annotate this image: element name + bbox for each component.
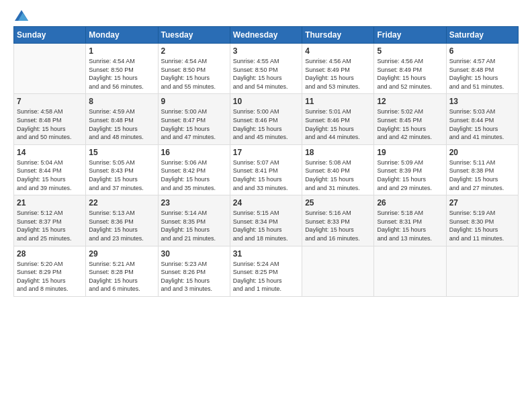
- logo-icon: [15, 10, 28, 21]
- cell-4-4: [302, 246, 374, 296]
- sunset-2-0: Sunset: 8:44 PM: [17, 167, 83, 175]
- daylight-line1-3-2: Daylight: 15 hours: [161, 226, 227, 234]
- sunset-2-5: Sunset: 8:39 PM: [377, 167, 443, 175]
- daylight-line2-4-0: and and 8 minutes.: [17, 285, 83, 293]
- header-friday: Friday: [374, 27, 446, 44]
- day-info-1-1: Sunrise: 4:59 AMSunset: 8:48 PMDaylight:…: [89, 107, 154, 141]
- sunrise-1-2: Sunrise: 5:00 AM: [161, 107, 227, 116]
- daylight-line1-3-0: Daylight: 15 hours: [17, 226, 83, 234]
- day-info-2-2: Sunrise: 5:06 AMSunset: 8:42 PMDaylight:…: [161, 158, 227, 192]
- sunset-2-1: Sunset: 8:43 PM: [89, 167, 154, 175]
- day-number-3-1: 22: [89, 198, 154, 208]
- cell-2-0: 14Sunrise: 5:04 AMSunset: 8:44 PMDayligh…: [14, 144, 86, 195]
- day-number-1-5: 12: [377, 97, 443, 106]
- day-number-3-3: 24: [233, 198, 299, 208]
- day-number-0-6: 6: [449, 46, 515, 56]
- sunrise-0-1: Sunrise: 4:54 AM: [89, 57, 154, 66]
- daylight-line2-3-5: and and 13 minutes.: [377, 234, 443, 243]
- cell-3-2: 23Sunrise: 5:14 AMSunset: 8:35 PMDayligh…: [158, 195, 230, 246]
- day-info-0-2: Sunrise: 4:54 AMSunset: 8:50 PMDaylight:…: [161, 57, 227, 91]
- header-saturday: Saturday: [446, 27, 518, 44]
- cell-2-4: 18Sunrise: 5:08 AMSunset: 8:40 PMDayligh…: [302, 144, 374, 195]
- header: [13, 10, 519, 21]
- day-info-1-2: Sunrise: 5:00 AMSunset: 8:47 PMDaylight:…: [161, 107, 227, 141]
- sunrise-4-1: Sunrise: 5:21 AM: [89, 260, 154, 269]
- cell-3-0: 21Sunrise: 5:12 AMSunset: 8:37 PMDayligh…: [14, 195, 86, 246]
- day-info-0-3: Sunrise: 4:55 AMSunset: 8:50 PMDaylight:…: [233, 57, 299, 91]
- sunrise-3-2: Sunrise: 5:14 AM: [161, 209, 227, 218]
- sunrise-3-0: Sunrise: 5:12 AM: [17, 209, 83, 218]
- sunrise-2-2: Sunrise: 5:06 AM: [161, 158, 227, 167]
- day-number-2-4: 18: [305, 148, 371, 157]
- daylight-line1-2-0: Daylight: 15 hours: [17, 175, 83, 184]
- cell-2-3: 17Sunrise: 5:07 AMSunset: 8:41 PMDayligh…: [230, 144, 302, 195]
- daylight-line1-0-6: Daylight: 15 hours: [449, 74, 515, 83]
- sunrise-3-1: Sunrise: 5:13 AM: [89, 209, 154, 218]
- week-row-4: 28Sunrise: 5:20 AMSunset: 8:29 PMDayligh…: [14, 246, 519, 296]
- sunrise-3-3: Sunrise: 5:15 AM: [233, 209, 299, 218]
- cell-0-2: 2Sunrise: 4:54 AMSunset: 8:50 PMDaylight…: [158, 44, 230, 94]
- daylight-line2-2-6: and and 27 minutes.: [449, 184, 515, 193]
- cell-4-5: [374, 246, 446, 296]
- day-info-3-2: Sunrise: 5:14 AMSunset: 8:35 PMDaylight:…: [161, 209, 227, 242]
- sunset-4-3: Sunset: 8:25 PM: [233, 268, 299, 277]
- cell-3-4: 25Sunrise: 5:16 AMSunset: 8:33 PMDayligh…: [302, 195, 374, 246]
- day-info-4-3: Sunrise: 5:24 AMSunset: 8:25 PMDaylight:…: [233, 260, 299, 293]
- cell-1-3: 10Sunrise: 5:00 AMSunset: 8:46 PMDayligh…: [230, 94, 302, 144]
- sunrise-1-5: Sunrise: 5:02 AM: [377, 107, 443, 116]
- daylight-line2-3-4: and and 16 minutes.: [305, 234, 371, 243]
- sunset-1-3: Sunset: 8:46 PM: [233, 116, 299, 125]
- day-number-0-5: 5: [377, 46, 443, 56]
- cell-4-6: [446, 246, 518, 296]
- sunrise-0-2: Sunrise: 4:54 AM: [161, 57, 227, 66]
- week-row-2: 14Sunrise: 5:04 AMSunset: 8:44 PMDayligh…: [14, 144, 519, 195]
- sunrise-0-5: Sunrise: 4:56 AM: [377, 57, 443, 66]
- day-number-0-1: 1: [89, 46, 154, 56]
- cell-0-1: 1Sunrise: 4:54 AMSunset: 8:50 PMDaylight…: [86, 44, 158, 94]
- day-number-2-6: 20: [449, 148, 515, 157]
- daylight-line2-3-1: and and 23 minutes.: [89, 234, 154, 243]
- daylight-line1-1-0: Daylight: 15 hours: [17, 125, 83, 134]
- sunrise-2-3: Sunrise: 5:07 AM: [233, 158, 299, 167]
- daylight-line2-4-2: and and 3 minutes.: [161, 285, 227, 293]
- day-number-3-2: 23: [161, 198, 227, 208]
- sunset-0-6: Sunset: 8:48 PM: [449, 66, 515, 75]
- daylight-line2-1-4: and and 44 minutes.: [305, 133, 371, 142]
- daylight-line1-3-6: Daylight: 15 hours: [449, 226, 515, 234]
- daylight-line2-1-2: and and 47 minutes.: [161, 133, 227, 142]
- sunset-2-6: Sunset: 8:38 PM: [449, 167, 515, 175]
- day-info-4-0: Sunrise: 5:20 AMSunset: 8:29 PMDaylight:…: [17, 260, 83, 293]
- daylight-line1-3-1: Daylight: 15 hours: [89, 226, 154, 234]
- sunset-3-5: Sunset: 8:31 PM: [377, 218, 443, 226]
- day-number-4-0: 28: [17, 249, 83, 259]
- sunrise-4-2: Sunrise: 5:23 AM: [161, 260, 227, 269]
- sunset-2-3: Sunset: 8:41 PM: [233, 167, 299, 175]
- daylight-line1-4-1: Daylight: 15 hours: [89, 277, 154, 285]
- day-number-0-4: 4: [305, 46, 371, 56]
- day-info-0-4: Sunrise: 4:56 AMSunset: 8:49 PMDaylight:…: [305, 57, 371, 91]
- calendar-page: Sunday Monday Tuesday Wednesday Thursday…: [0, 0, 532, 411]
- sunset-0-3: Sunset: 8:50 PM: [233, 66, 299, 75]
- sunset-3-6: Sunset: 8:30 PM: [449, 218, 515, 226]
- daylight-line2-3-6: and and 11 minutes.: [449, 234, 515, 243]
- daylight-line2-3-2: and and 21 minutes.: [161, 234, 227, 243]
- daylight-line2-0-3: and and 54 minutes.: [233, 83, 299, 91]
- cell-4-0: 28Sunrise: 5:20 AMSunset: 8:29 PMDayligh…: [14, 246, 86, 296]
- sunset-4-2: Sunset: 8:26 PM: [161, 268, 227, 277]
- sunrise-1-4: Sunrise: 5:01 AM: [305, 107, 371, 116]
- daylight-line2-0-5: and and 52 minutes.: [377, 83, 443, 91]
- sunset-4-0: Sunset: 8:29 PM: [17, 268, 83, 277]
- sunrise-3-5: Sunrise: 5:18 AM: [377, 209, 443, 218]
- daylight-line2-4-3: and and 1 minute.: [233, 285, 299, 293]
- cell-2-5: 19Sunrise: 5:09 AMSunset: 8:39 PMDayligh…: [374, 144, 446, 195]
- sunset-0-2: Sunset: 8:50 PM: [161, 66, 227, 75]
- daylight-line2-0-2: and and 55 minutes.: [161, 83, 227, 91]
- sunrise-4-3: Sunrise: 5:24 AM: [233, 260, 299, 269]
- cell-4-3: 31Sunrise: 5:24 AMSunset: 8:25 PMDayligh…: [230, 246, 302, 296]
- cell-1-4: 11Sunrise: 5:01 AMSunset: 8:46 PMDayligh…: [302, 94, 374, 144]
- daylight-line1-0-2: Daylight: 15 hours: [161, 74, 227, 83]
- header-row: Sunday Monday Tuesday Wednesday Thursday…: [14, 27, 519, 44]
- daylight-line2-2-3: and and 33 minutes.: [233, 184, 299, 193]
- daylight-line2-0-1: and and 56 minutes.: [89, 83, 154, 91]
- daylight-line1-1-6: Daylight: 15 hours: [449, 125, 515, 134]
